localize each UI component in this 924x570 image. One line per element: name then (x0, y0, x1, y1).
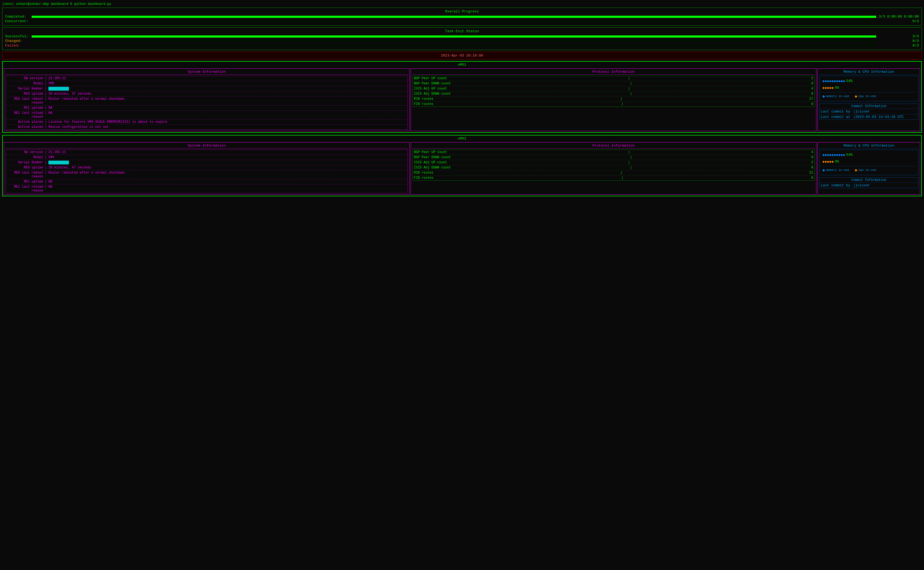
protocol-info-panel-0: Protocol InformationBGP Peer UP count|2B… (411, 68, 816, 131)
cpu-legend-1: ◆cpu in-use (855, 167, 876, 173)
cpu-bar-row-0: ◆◆◆◆◆6% (821, 84, 916, 91)
sys-row-sep-0-5: | (45, 106, 48, 110)
sys-row-key-1-4: RE0 last reboot reason (7, 171, 45, 178)
sys-row-1-5: RE1 uptime|NA (6, 179, 407, 184)
routers-container: vMX1System InformationSW version|21.1R3.… (2, 61, 922, 196)
changed-bar (32, 40, 876, 42)
sys-row-key-0-5: RE1 uptime (7, 106, 45, 110)
proto-row-0-3: ISIS Adj DOWN count|0 (413, 91, 814, 97)
proto-key-1-2: ISIS Adj UP count (414, 161, 447, 164)
sys-row-sep-1-0: | (45, 150, 48, 154)
sys-row-key-0-6: RE1 last reload reason (7, 111, 45, 119)
memory-bar-row-0: ◆◆◆◆◆◆◆◆◆◆54% (821, 78, 916, 84)
sys-row-1-6: RE1 last reload reason|NA (6, 184, 407, 193)
commit-sep-1: | (853, 183, 855, 187)
commit-at-row-0: Last commit at| 2023-04-03 14:44:10 UTC (820, 114, 918, 120)
proto-val-1-5: 6 (811, 176, 813, 180)
proto-val-0-0: 2 (811, 77, 813, 80)
system-info-panel-0: System InformationSW version|21.1R3.11Mo… (4, 68, 410, 131)
sys-row-1-0: SW version|21.1R3.11 (6, 150, 407, 155)
commit-by-key-0: Last commit by (821, 109, 853, 113)
proto-sep-0-1: | (630, 82, 632, 86)
successful-value: 3/3 (878, 34, 919, 38)
commit-by-row-0: Last commit by| jcluser (820, 109, 918, 114)
memory-cpu-panel-0: Memory & CPU Information◆◆◆◆◆◆◆◆◆◆54%◆◆◆… (817, 68, 920, 131)
proto-row-1-4: RIB routes|31 (413, 170, 814, 176)
proto-val-1-1: 0 (811, 155, 813, 159)
commit-title-0: Commit Information (820, 104, 918, 109)
memory-legend-icon-1: ◆ (822, 167, 825, 173)
terminal-header: (venv) sohanr@sohanr-mbp dashboard % pyt… (2, 2, 922, 6)
proto-row-1-0: BGP Peer UP count|4 (413, 150, 814, 155)
successful-bar-fill (32, 35, 876, 38)
proto-key-0-1: BGP Peer DOWN count (414, 82, 451, 86)
commit-at-val-0: 2023-04-03 14:44:10 UTC (855, 115, 904, 119)
sys-row-key-1-1: Model (7, 155, 45, 159)
proto-key-1-3: ISIS Adj DOWN count (414, 166, 451, 170)
sys-row-0-1: Model|VMX (6, 81, 407, 86)
proto-row-1-5: FIB routes|6 (413, 176, 814, 180)
cpu-bar-row-1: ◆◆◆◆◆6% (821, 158, 916, 165)
concurrent-value: 0/3 (878, 19, 919, 23)
cpu-diamonds-0: ◆◆◆◆◆ (822, 86, 834, 90)
proto-sep-1-4: | (620, 171, 622, 175)
sys-row-val-0-2: XXXXXXXXXX (48, 87, 406, 90)
proto-key-1-4: RIB routes (414, 171, 433, 175)
proto-key-1-5: FIB routes (414, 176, 433, 180)
router-section-vmx2: vMX2System InformationSW version|21.1R3.… (2, 135, 922, 196)
sys-row-val-1-3: 39 minutes, 47 seconds (48, 166, 406, 170)
sys-row-sep-1-2: | (45, 161, 48, 164)
proto-sep-0-2: | (628, 87, 630, 90)
proto-sep-0-0: | (628, 77, 630, 80)
failed-bar (32, 44, 876, 47)
sys-row-sep-0-2: | (45, 87, 48, 90)
sys-row-0-5: RE1 uptime|NA (6, 106, 407, 110)
router-title-1: vMX2 (4, 136, 920, 141)
cpu-legend-label-1: cpu in-use (858, 169, 876, 172)
concurrent-bar (32, 20, 876, 23)
sys-row-val-1-6: NA (48, 185, 406, 193)
proto-val-0-2: 4 (811, 87, 813, 90)
sys-row-0-2: Serial Number|XXXXXXXXXX (6, 86, 407, 91)
proto-sep-0-4: | (620, 97, 622, 101)
sys-row-sep-0-3: | (45, 92, 48, 96)
sys-row-val-1-5: NA (48, 180, 406, 184)
commit-by-row-1: Last commit by| jcluser (820, 183, 918, 188)
sys-row-sep-0-7: | (45, 120, 48, 124)
router-section-vmx1: vMX1System InformationSW version|21.1R3.… (2, 61, 922, 133)
sys-row-val-0-3: 39 minutes, 37 seconds (48, 92, 406, 96)
failed-value: 0/3 (878, 43, 919, 48)
concurrent-row: Concurrent: 0/3 (5, 19, 919, 23)
cpu-diamonds-1: ◆◆◆◆◆ (822, 159, 834, 164)
sys-row-val-0-8: Rescue configuration is not set (48, 125, 406, 129)
memory-cpu-panel-1: Memory & CPU Information◆◆◆◆◆◆◆◆◆◆54%◆◆◆… (817, 142, 920, 195)
proto-row-1-3: ISIS Adj DOWN count|0 (413, 165, 814, 170)
sys-row-sep-0-1: | (45, 82, 48, 86)
router-panels-0: System InformationSW version|21.1R3.11Mo… (4, 68, 920, 131)
cpu-pct-0: 6% (835, 86, 839, 90)
sys-row-key-0-7: Active alarms (7, 120, 45, 124)
memory-diamonds-1: ◆◆◆◆◆◆◆◆◆◆ (822, 153, 845, 157)
changed-value: 0/3 (878, 39, 919, 43)
sys-row-0-8: Active alarms|Rescue configuration is no… (6, 125, 407, 130)
protocol-info-panel-1: Protocol InformationBGP Peer UP count|4B… (411, 142, 816, 195)
sys-row-key-0-8: Active alarms (7, 125, 45, 129)
legend-row-1: ◆memory in-use◆cpu in-use (821, 166, 916, 173)
sys-row-sep-0-8: | (45, 125, 48, 129)
memory-bar-row-1: ◆◆◆◆◆◆◆◆◆◆54% (821, 152, 916, 158)
sys-row-sep-0-6: | (45, 111, 48, 119)
system-info-title-0: System Information (6, 70, 408, 75)
proto-key-1-1: BGP Peer DOWN count (414, 155, 451, 159)
protocol-info-title-0: Protocol Information (413, 70, 814, 75)
sys-row-key-1-6: RE1 last reload reason (7, 185, 45, 193)
proto-val-0-1: 0 (811, 82, 813, 86)
sys-row-1-4: RE0 last reboot reason|Router rebooted a… (6, 170, 407, 179)
sys-row-key-1-5: RE1 uptime (7, 180, 45, 184)
sys-row-key-1-2: Serial Number (7, 161, 45, 164)
cpu-legend-label-0: cpu in-use (858, 95, 876, 98)
memory-cpu-title-1: Memory & CPU Information (819, 144, 918, 149)
changed-row: Changed: 0/3 (5, 39, 919, 43)
sys-row-key-0-2: Serial Number (7, 87, 45, 90)
commit-at-sep-0: | (853, 115, 855, 119)
failed-label: Failed: (5, 43, 29, 48)
